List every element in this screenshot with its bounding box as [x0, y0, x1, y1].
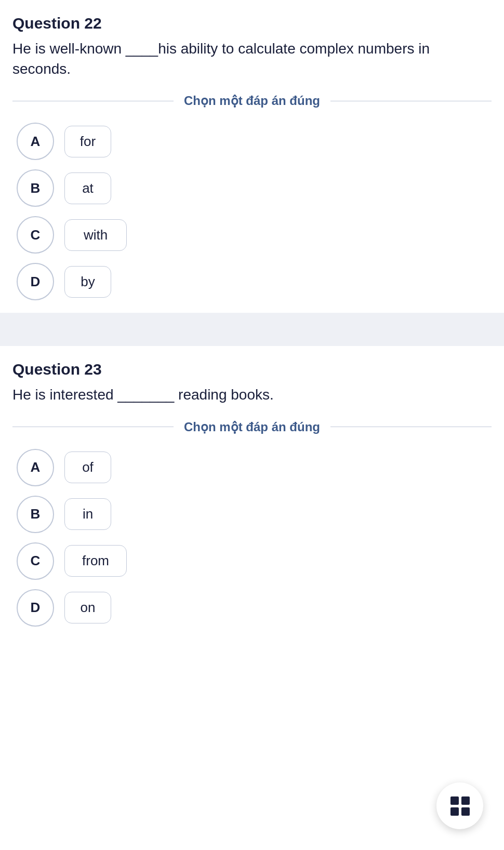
- question-22-title: Question 22: [12, 15, 492, 32]
- option-22-d-value: by: [64, 266, 111, 298]
- question-23-options: A of B in C from D on: [12, 449, 492, 627]
- option-22-b-value: at: [64, 172, 111, 204]
- fab-grid-button[interactable]: [436, 782, 483, 829]
- option-22-a-value: for: [64, 126, 111, 157]
- option-23-b-value: in: [64, 498, 111, 530]
- option-22-c[interactable]: C with: [17, 216, 487, 254]
- option-23-d-value: on: [64, 592, 111, 623]
- question-22-options: A for B at C with D by: [12, 123, 492, 300]
- option-23-c-letter: C: [17, 542, 54, 580]
- option-23-c[interactable]: C from: [17, 542, 487, 580]
- question-23-divider: Chọn một đáp án đúng: [12, 420, 492, 434]
- section-divider: [0, 313, 504, 346]
- option-22-a-letter: A: [17, 123, 54, 160]
- question-22-text: He is well-known ____his ability to calc…: [12, 38, 492, 79]
- option-22-c-value: with: [64, 219, 127, 251]
- option-23-b[interactable]: B in: [17, 496, 487, 533]
- question-22-divider-label: Chọn một đáp án đúng: [174, 94, 330, 108]
- option-23-a-value: of: [64, 451, 111, 483]
- option-23-d[interactable]: D on: [17, 589, 487, 627]
- question-22-divider: Chọn một đáp án đúng: [12, 94, 492, 108]
- question-23-title: Question 23: [12, 361, 492, 378]
- question-22-section: Question 22 He is well-known ____his abi…: [0, 0, 504, 313]
- question-23-text: He is interested _______ reading books.: [12, 384, 492, 405]
- question-23-divider-label: Chọn một đáp án đúng: [174, 420, 330, 434]
- grid-icon: [450, 796, 470, 816]
- option-23-b-letter: B: [17, 496, 54, 533]
- option-23-a[interactable]: A of: [17, 449, 487, 486]
- option-23-c-value: from: [64, 545, 127, 577]
- question-23-section: Question 23 He is interested _______ rea…: [0, 346, 504, 639]
- option-23-d-letter: D: [17, 589, 54, 627]
- option-22-a[interactable]: A for: [17, 123, 487, 160]
- option-23-a-letter: A: [17, 449, 54, 486]
- option-22-b-letter: B: [17, 169, 54, 207]
- option-22-d-letter: D: [17, 263, 54, 300]
- option-22-c-letter: C: [17, 216, 54, 254]
- option-22-d[interactable]: D by: [17, 263, 487, 300]
- option-22-b[interactable]: B at: [17, 169, 487, 207]
